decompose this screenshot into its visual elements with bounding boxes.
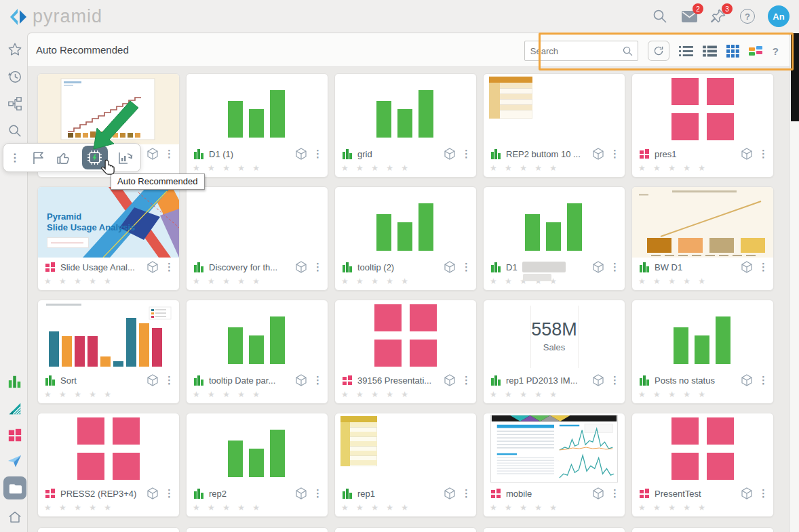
kebab-menu-icon[interactable]: ⋮ (758, 489, 768, 498)
pinned-icon[interactable]: 3 (709, 7, 727, 25)
kebab-menu-icon[interactable]: ⋮ (758, 149, 768, 159)
cube-icon[interactable] (294, 147, 308, 161)
cube-icon[interactable] (591, 373, 605, 387)
tile-mobile[interactable]: mobile⋮ ★ ★ ★ ★ ★ (483, 413, 625, 517)
tile-grid-item[interactable]: grid⋮ ★ ★ ★ ★ ★ (334, 73, 477, 178)
tile-tooltip-2[interactable]: tooltip (2)⋮ ★ ★ ★ ★ ★ (334, 186, 477, 291)
tile-rep1-pd2013[interactable]: 558M Sales rep1 PD2013 IM...⋮ ★ ★ ★ ★ ★ (483, 300, 625, 404)
flag-button[interactable] (30, 150, 46, 166)
rating-stars[interactable]: ★ ★ ★ ★ ★ (187, 390, 328, 402)
tile-slide-usage[interactable]: Pyramid Slide Usage Analysis Slide Usage… (37, 186, 180, 291)
history-icon[interactable] (0, 66, 30, 87)
refresh-button[interactable] (648, 41, 669, 61)
kebab-menu-icon[interactable]: ⋮ (461, 149, 471, 159)
scrollbar-thumb[interactable] (791, 33, 799, 121)
favorites-icon[interactable] (0, 39, 30, 60)
kebab-menu-icon[interactable]: ⋮ (758, 375, 768, 385)
search-box[interactable] (524, 41, 638, 61)
cube-icon[interactable] (740, 487, 754, 500)
kebab-menu-icon[interactable]: ⋮ (313, 149, 322, 159)
kebab-menu-icon[interactable]: ⋮ (461, 262, 471, 272)
tile-39156[interactable]: 39156 Presentati...⋮ ★ ★ ★ ★ ★ (334, 300, 477, 404)
rating-stars[interactable]: ★ ★ ★ ★ ★ (187, 163, 328, 176)
rating-stars[interactable]: ★ ★ ★ ★ ★ (38, 390, 179, 402)
like-button[interactable] (56, 150, 72, 166)
kebab-menu-icon[interactable]: ⋮ (610, 262, 619, 272)
rating-stars[interactable]: ★ ★ ★ ★ ★ (632, 390, 773, 402)
grid-view-button-active[interactable] (726, 45, 739, 58)
rating-stars[interactable]: ★ ★ ★ ★ ★ (632, 503, 773, 515)
cube-icon[interactable] (294, 487, 308, 500)
detail-view-button[interactable] (703, 45, 717, 57)
search-input[interactable] (530, 46, 622, 56)
tile-rep2[interactable]: rep2⋮ ★ ★ ★ ★ ★ (186, 413, 328, 517)
tile-rep2-buttom[interactable]: REP2 buttom 10 ...⋮ ★ ★ ★ ★ ★ (483, 73, 625, 178)
kebab-menu-icon[interactable]: ⋮ (610, 375, 619, 385)
cube-icon[interactable] (443, 260, 456, 274)
kebab-menu-icon[interactable]: ⋮ (164, 489, 174, 498)
toolbar-help-icon[interactable]: ? (773, 45, 779, 57)
kebab-menu-icon[interactable]: ⋮ (610, 149, 619, 159)
rating-stars[interactable]: ★ ★ ★ ★ ★ (484, 277, 625, 289)
cube-icon[interactable] (591, 147, 605, 161)
tile-sort[interactable]: Sort⋮ ★ ★ ★ ★ ★ (37, 300, 180, 404)
kebab-menu-icon[interactable]: ⋮ (758, 262, 768, 272)
cube-icon[interactable] (591, 260, 605, 274)
auto-recommended-button[interactable] (82, 146, 108, 169)
cube-icon[interactable] (146, 373, 159, 387)
tile-press2[interactable]: PRESS2 (REP3+4)⋮ ★ ★ ★ ★ ★ (37, 413, 180, 517)
cube-icon[interactable] (740, 373, 754, 387)
list-view-button[interactable] (679, 45, 693, 57)
rating-stars[interactable]: ★ ★ ★ ★ ★ (484, 390, 625, 402)
cube-icon[interactable] (294, 260, 308, 274)
cube-icon[interactable] (740, 260, 754, 274)
kebab-menu-icon[interactable]: ⋮ (461, 375, 471, 385)
rating-stars[interactable]: ★ ★ ★ ★ ★ (335, 277, 476, 289)
rating-stars[interactable]: ★ ★ ★ ★ ★ (484, 163, 625, 176)
cube-icon[interactable] (740, 147, 754, 161)
kebab-menu-icon[interactable]: ⋮ (164, 375, 174, 385)
rating-stars[interactable]: ★ ★ ★ ★ ★ (335, 163, 476, 176)
help-icon[interactable]: ? (739, 7, 756, 25)
content-manager-icon-active[interactable] (3, 476, 26, 499)
more-options-button[interactable]: ⋮ (10, 153, 20, 163)
tile-tooltip-date[interactable]: tooltip Date par...⋮ ★ ★ ★ ★ ★ (186, 300, 328, 404)
tile-discovery[interactable]: Discovery for th...⋮ ★ ★ ★ ★ ★ (186, 186, 328, 291)
kebab-menu-icon[interactable]: ⋮ (461, 489, 471, 498)
discover-app-icon[interactable] (0, 371, 30, 392)
user-avatar[interactable]: An (768, 5, 790, 27)
model-app-icon[interactable] (0, 398, 30, 419)
tile-bw-d1[interactable]: BW D1⋮ ★ ★ ★ ★ ★ (631, 186, 774, 291)
rerun-button[interactable] (117, 150, 134, 166)
tile-pres1[interactable]: pres1⋮ ★ ★ ★ ★ ★ (631, 73, 774, 178)
cube-icon[interactable] (443, 373, 456, 387)
kebab-menu-icon[interactable]: ⋮ (313, 489, 322, 498)
cube-icon[interactable] (146, 260, 159, 274)
kebab-menu-icon[interactable]: ⋮ (313, 375, 322, 385)
cube-icon[interactable] (294, 373, 308, 387)
publish-app-icon[interactable] (0, 451, 30, 472)
tile-presenttest[interactable]: PresentTest⋮ ★ ★ ★ ★ ★ (631, 413, 774, 517)
rating-stars[interactable]: ★ ★ ★ ★ ★ (632, 277, 773, 289)
kebab-menu-icon[interactable]: ⋮ (164, 262, 174, 272)
cube-icon[interactable] (146, 487, 159, 500)
rating-stars[interactable]: ★ ★ ★ ★ ★ (38, 277, 179, 289)
tile-d1-1[interactable]: D1 (1)⋮ ★ ★ ★ ★ ★ (186, 73, 328, 178)
rating-stars[interactable]: ★ ★ ★ ★ ★ (335, 390, 476, 402)
cube-icon[interactable] (591, 487, 605, 500)
kebab-menu-icon[interactable]: ⋮ (313, 262, 322, 272)
messages-icon[interactable]: 2 (680, 7, 698, 25)
cube-icon[interactable] (146, 147, 159, 161)
rating-stars[interactable]: ★ ★ ★ ★ ★ (335, 503, 476, 515)
rating-stars[interactable]: ★ ★ ★ ★ ★ (632, 163, 773, 176)
rating-stars[interactable]: ★ ★ ★ ★ ★ (187, 503, 328, 515)
rating-stars[interactable]: ★ ★ ★ ★ ★ (187, 277, 328, 289)
rating-stars[interactable]: ★ ★ ★ ★ ★ (484, 503, 625, 515)
sidebar-search-icon[interactable] (0, 121, 30, 141)
kebab-menu-icon[interactable]: ⋮ (610, 489, 619, 498)
home-icon[interactable] (0, 507, 30, 527)
present-app-icon[interactable] (0, 425, 30, 445)
tile-d1-redacted[interactable]: D1⋮ ★ ★ ★ ★ ★ (483, 186, 625, 291)
content-tree-icon[interactable] (0, 94, 30, 114)
kebab-menu-icon[interactable]: ⋮ (164, 149, 174, 159)
